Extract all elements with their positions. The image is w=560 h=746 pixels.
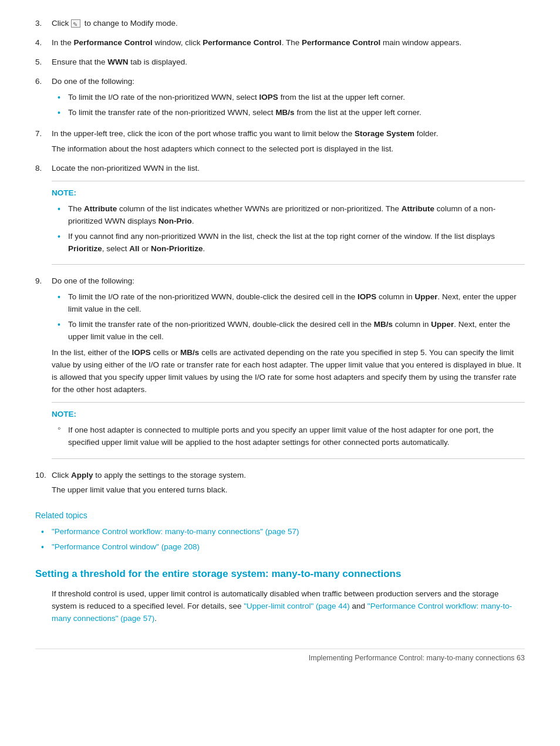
step-6: 6. Do one of the following: To limit the… bbox=[35, 76, 525, 123]
related-topic-1-link[interactable]: "Performance Control workflow: many-to-m… bbox=[52, 526, 299, 539]
related-topic-1: "Performance Control workflow: many-to-m… bbox=[35, 526, 525, 539]
step-9-bullet-2: To limit the transfer rate of the non-pr… bbox=[52, 319, 525, 343]
step-8-note-bullet-1: The Attribute column of the list indicat… bbox=[52, 203, 525, 228]
step-10-text: Click Apply to apply the settings to the… bbox=[52, 470, 525, 482]
step-4-num: 4. bbox=[35, 37, 52, 52]
step-8-note-label: NOTE: bbox=[52, 187, 525, 200]
edit-icon bbox=[71, 19, 80, 28]
step-8-text: Locate the non-prioritized WWN in the li… bbox=[52, 163, 525, 175]
step-7-indent: The information about the host adapters … bbox=[52, 143, 525, 156]
step-8: 8. Locate the non-prioritized WWN in the… bbox=[35, 163, 525, 271]
step-5-num: 5. bbox=[35, 56, 52, 71]
step-8-note: NOTE: The Attribute column of the list i… bbox=[52, 181, 525, 265]
step-4-text: In the Performance Control window, click… bbox=[52, 37, 525, 49]
step-3: 3. Click to change to Modify mode. bbox=[35, 18, 525, 32]
step-9-bullets: To limit the I/O rate of the non-priorit… bbox=[52, 291, 525, 343]
step-3-num: 3. bbox=[35, 18, 52, 32]
step-6-bullet-1: To limit the I/O rate of the non-priorit… bbox=[52, 92, 525, 104]
section-end-text: . bbox=[154, 614, 157, 623]
step-10-indent: The upper limit value that you entered t… bbox=[52, 484, 525, 497]
step-10-body: Click Apply to apply the settings to the… bbox=[52, 470, 525, 499]
step-5: 5. Ensure that the WWN tab is displayed. bbox=[35, 56, 525, 71]
step-9-note: NOTE: If one host adapter is connected t… bbox=[52, 402, 525, 459]
related-topic-2: "Performance Control window" (page 208) bbox=[35, 541, 525, 554]
step-9-note-sub-bullets: If one host adapter is connected to mult… bbox=[52, 424, 525, 449]
step-8-note-bullet-2: If you cannot find any non-prioritized W… bbox=[52, 231, 525, 255]
footer-right-text: Implementing Performance Control: many-t… bbox=[309, 653, 525, 664]
page-footer: Implementing Performance Control: many-t… bbox=[35, 649, 525, 664]
step-9-body: Do one of the following: To limit the I/… bbox=[52, 275, 525, 464]
step-9-after-bullets: In the list, either of the IOPS cells or… bbox=[52, 347, 525, 396]
step-6-bullets: To limit the I/O rate of the non-priorit… bbox=[52, 92, 525, 120]
step-9: 9. Do one of the following: To limit the… bbox=[35, 275, 525, 464]
related-topics-label: Related topics bbox=[35, 509, 525, 522]
steps-list: 3. Click to change to Modify mode. 4. In… bbox=[35, 18, 525, 499]
step-9-num: 9. bbox=[35, 275, 52, 464]
step-3-text: to change to Modify mode. bbox=[82, 19, 178, 28]
section-heading: Setting a threshold for the entire stora… bbox=[35, 566, 525, 582]
section-link-1[interactable]: "Upper-limit control" (page 44) bbox=[244, 602, 350, 610]
related-topics-section: Related topics "Performance Control work… bbox=[35, 509, 525, 553]
step-3-body: Click to change to Modify mode. bbox=[52, 18, 525, 32]
step-9-bullet-1: To limit the I/O rate of the non-priorit… bbox=[52, 291, 525, 316]
step-5-text: Ensure that the WWN tab is displayed. bbox=[52, 56, 525, 69]
step-10-num: 10. bbox=[35, 470, 52, 499]
step-4-body: In the Performance Control window, click… bbox=[52, 37, 525, 52]
page-content: 3. Click to change to Modify mode. 4. In… bbox=[35, 18, 525, 664]
step-6-num: 6. bbox=[35, 76, 52, 123]
step-8-body: Locate the non-prioritized WWN in the li… bbox=[52, 163, 525, 271]
step-8-note-bullets: The Attribute column of the list indicat… bbox=[52, 203, 525, 255]
step-6-text: Do one of the following: bbox=[52, 76, 525, 88]
section-intro-text: If threshold control is used, upper limi… bbox=[52, 588, 525, 625]
step-9-note-sub-bullet-1: If one host adapter is connected to mult… bbox=[52, 424, 525, 449]
step-8-num: 8. bbox=[35, 163, 52, 271]
step-10: 10. Click Apply to apply the settings to… bbox=[35, 470, 525, 499]
step-7-text: In the upper-left tree, click the icon o… bbox=[52, 128, 525, 140]
step-7-num: 7. bbox=[35, 128, 52, 158]
related-topics-list: "Performance Control workflow: many-to-m… bbox=[35, 526, 525, 553]
step-6-body: Do one of the following: To limit the I/… bbox=[52, 76, 525, 123]
step-9-note-label: NOTE: bbox=[52, 409, 525, 421]
step-5-body: Ensure that the WWN tab is displayed. bbox=[52, 56, 525, 71]
step-7-body: In the upper-left tree, click the icon o… bbox=[52, 128, 525, 158]
step-9-text: Do one of the following: bbox=[52, 275, 525, 288]
step-4: 4. In the Performance Control window, cl… bbox=[35, 37, 525, 52]
related-topic-2-link[interactable]: "Performance Control window" (page 208) bbox=[52, 541, 200, 554]
section-intro: If threshold control is used, upper limi… bbox=[52, 588, 525, 625]
step-6-bullet-2: To limit the transfer rate of the non-pr… bbox=[52, 107, 525, 120]
section-middle-text: and bbox=[350, 602, 367, 610]
step-7: 7. In the upper-left tree, click the ico… bbox=[35, 128, 525, 158]
